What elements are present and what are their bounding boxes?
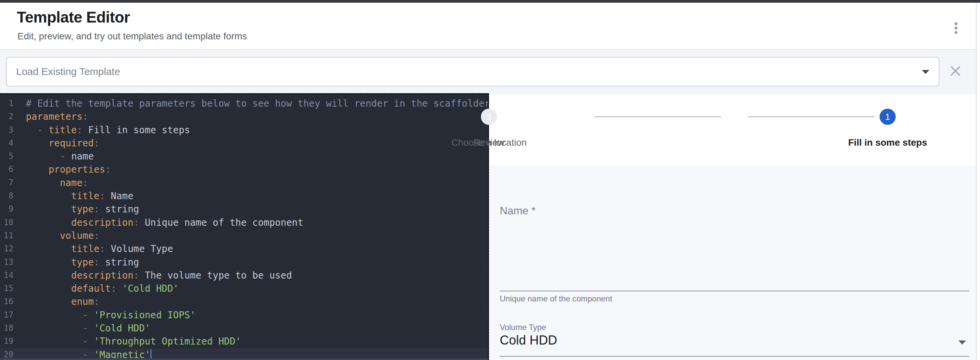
code-line[interactable]: 12 title: Volume Type [0,242,488,255]
template-selector-section: Load Existing Template [0,50,976,94]
volume-type-select[interactable]: Cold HDD [500,333,969,353]
page-header: Template Editor Edit, preview, and try o… [0,3,976,49]
line-number: 17 [0,309,13,322]
code-line[interactable]: 7 name: [0,176,488,189]
step-label: Fill in some steps [824,137,951,148]
code-line[interactable]: 6 properties: [0,163,488,176]
yaml-code-editor[interactable]: 1# Edit the template parameters below to… [0,93,489,360]
wizard-form: Name * Unique name of the component Volu… [489,166,976,360]
clear-selection-button[interactable] [947,63,964,79]
editor-horizontal-scrollbar[interactable] [0,358,488,360]
code-line[interactable]: 14 description: The volume type to be us… [0,269,488,282]
line-number: 12 [0,242,13,255]
line-number: 10 [0,216,13,229]
template-preview-panel: 1Fill in some steps2Choose a location3Re… [489,94,976,360]
code-line[interactable]: 18 - 'Cold HDD' [0,322,488,335]
code-line[interactable]: 19 - 'Throughput Optimized HDD' [0,335,488,348]
code-line[interactable]: 16 enum: [0,295,488,308]
line-number: 5 [0,150,13,163]
line-number: 19 [0,335,13,348]
line-content: title: Volume Type [13,242,173,255]
line-content: properties: [13,163,111,176]
line-number: 3 [0,123,13,137]
volume-type-label: Volume Type [500,323,546,332]
line-content: title: Name [13,189,133,203]
code-line[interactable]: 15 default: 'Cold HDD' [0,282,488,295]
load-template-placeholder: Load Existing Template [16,58,120,86]
line-content: volume: [13,229,99,242]
code-line[interactable]: 10 description: Unique name of the compo… [0,216,488,229]
load-template-select[interactable]: Load Existing Template [6,57,939,86]
line-number: 16 [0,295,13,308]
name-field-underline [500,291,969,291]
line-number: 1 [0,97,13,110]
line-content: - title: Fill in some steps [13,123,190,137]
line-content: enum: [13,295,99,308]
code-line[interactable]: 9 type: string [0,203,488,216]
stepper-connector [595,117,721,117]
line-content: description: The volume type to be used [13,269,292,282]
line-number: 6 [0,163,13,176]
code-line[interactable]: 5 - name [0,150,488,163]
stepper-step: 1Fill in some steps [824,94,951,148]
volume-type-underline [500,356,969,357]
name-field[interactable]: Name * [500,205,536,217]
top-chrome-bar [0,0,980,3]
line-content: description: Unique name of the componen… [13,216,303,229]
line-number: 14 [0,269,13,282]
stepper-step: 3Review [425,94,553,148]
code-line[interactable]: 3 - title: Fill in some steps [0,123,488,137]
code-lines: 1# Edit the template parameters below to… [0,97,488,360]
code-line[interactable]: 4 required: [0,137,488,150]
line-content: default: 'Cold HDD' [13,282,179,295]
scrollbar-gutter [976,3,980,360]
line-content: - 'Throughput Optimized HDD' [13,335,241,348]
line-number: 2 [0,110,13,123]
line-content: - 'Cold HDD' [13,322,150,335]
line-content: type: string [13,203,139,216]
line-number: 8 [0,189,13,203]
close-icon [950,65,961,77]
code-line[interactable]: 1# Edit the template parameters below to… [0,97,488,110]
code-line[interactable]: 17 - 'Provisioned IOPS' [0,309,488,322]
page-title: Template Editor [17,8,130,26]
line-number: 13 [0,256,13,269]
line-content: name: [13,176,88,189]
more-options-button[interactable] [947,19,964,37]
line-content: # Edit the template parameters below to … [13,97,489,110]
step-number-icon: 1 [880,109,896,125]
name-field-helper: Unique name of the component [500,294,612,304]
step-number-icon: 3 [481,109,497,125]
line-number: 15 [0,282,13,295]
code-line[interactable]: 11 volume: [0,229,488,242]
volume-type-value: Cold HDD [500,333,557,347]
dropdown-caret-icon [922,70,929,74]
line-content: - 'Provisioned IOPS' [13,309,196,322]
code-line[interactable]: 13 type: string [0,256,488,269]
line-content: parameters: [13,110,88,123]
kebab-menu-icon [955,22,958,25]
line-number: 11 [0,229,13,242]
line-number: 4 [0,137,13,150]
step-label: Review [425,137,553,148]
line-content: required: [13,137,99,150]
line-number: 7 [0,176,13,189]
code-line[interactable]: 8 title: Name [0,189,488,203]
dropdown-caret-icon [959,341,966,344]
line-content: type: string [13,256,139,269]
code-line[interactable]: 2parameters: [0,110,488,123]
line-number: 9 [0,203,13,216]
wizard-stepper: 1Fill in some steps2Choose a location3Re… [489,94,976,166]
line-content: - name [13,150,94,163]
line-number: 18 [0,322,13,335]
page-subtitle: Edit, preview, and try out templates and… [18,31,247,42]
